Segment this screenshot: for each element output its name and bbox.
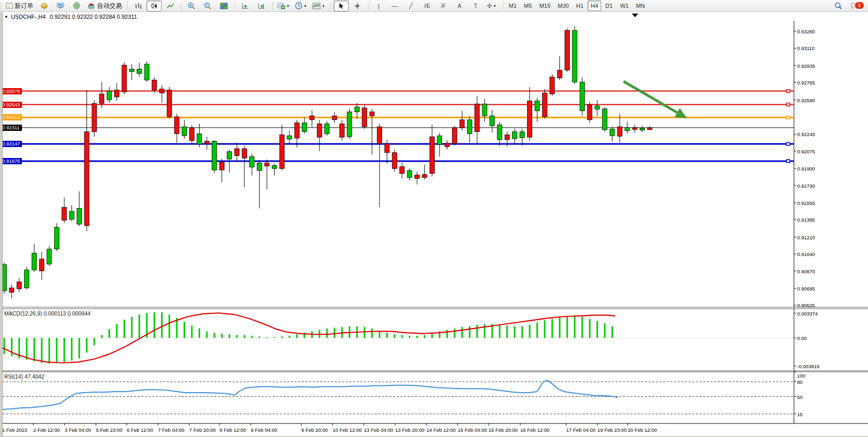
chart-symbol-period: USDCHF-,H4 (11, 14, 46, 20)
candle-body (550, 77, 555, 94)
candle-body (317, 124, 322, 137)
text-label-button[interactable]: T (468, 1, 483, 11)
timeframe-button-h1[interactable]: H1 (573, 1, 586, 11)
trend-arrow-line[interactable] (624, 81, 677, 113)
candle-body (40, 259, 44, 271)
candle-body (580, 82, 584, 111)
timeframe-button-mn[interactable]: MN (633, 1, 648, 11)
chart-canvas[interactable] (0, 0, 868, 437)
candle-body (17, 282, 21, 289)
candle-body (287, 136, 292, 139)
timeframe-button-m5[interactable]: M5 (521, 1, 535, 11)
market-books-button[interactable] (36, 1, 52, 11)
price-axis-label: 0.91900 (797, 166, 815, 172)
periods-clock-icon (295, 2, 302, 9)
auto-trading-icon (87, 2, 95, 9)
candle-body (265, 163, 270, 166)
notification-count-badge[interactable]: 1 (854, 2, 864, 9)
line-chart-icon (167, 3, 174, 9)
candle-body (400, 166, 405, 173)
mt4-application-window: 新订单 自动交易 (0, 0, 868, 437)
candle-body (340, 124, 345, 137)
candle-body (385, 144, 389, 153)
candle-body (588, 105, 592, 120)
templates-button[interactable]: ▼ (310, 1, 327, 11)
price-axis-label: 0.91040 (797, 251, 815, 257)
hline-handle[interactable] (787, 116, 790, 119)
fibonacci-button[interactable]: ⦙F (436, 1, 451, 11)
candle-body (362, 108, 367, 127)
timeframe-button-h4[interactable]: H4 (588, 1, 601, 11)
notifications-button[interactable]: 1 (847, 1, 862, 11)
candle-body (347, 112, 352, 137)
equidistant-channel-button[interactable]: ⫽E (420, 1, 435, 11)
date-axis-label: 13 Feb 04:00 (364, 427, 393, 433)
timeframe-button-d1[interactable]: D1 (602, 1, 616, 11)
text-button[interactable]: A (452, 1, 467, 11)
bar-chart-button[interactable] (130, 1, 145, 11)
zoom-out-button[interactable] (200, 1, 215, 11)
window-left-edge (0, 12, 3, 437)
timeframe-button-w1[interactable]: W1 (617, 1, 632, 11)
candle-body (100, 94, 104, 103)
toolbar-group-drawing: |—╱⫽E⦙FAT✣▼ (368, 0, 502, 11)
zoom-in-button[interactable] (184, 1, 199, 11)
tile-windows-button[interactable] (216, 1, 231, 11)
hline-handle[interactable] (787, 90, 790, 93)
candle-body (354, 107, 359, 112)
timeframe-button-m1[interactable]: M1 (506, 1, 520, 11)
candle-body (557, 70, 562, 78)
candle-body (32, 253, 36, 270)
candle-body (197, 133, 202, 144)
date-axis-label: 9 Feb 04:00 (251, 427, 277, 433)
crosshair-button[interactable] (350, 1, 365, 11)
toolbar-group-scroll (234, 0, 272, 11)
trendline-button[interactable]: ╱ (404, 1, 419, 11)
hline-handle[interactable] (787, 142, 790, 145)
current-price-badge: 0.92311 (0, 125, 22, 131)
new-order-button[interactable]: 新订单 (4, 1, 35, 11)
price-line-badge: 0.92147 (0, 141, 22, 147)
timeframe-button-m30[interactable]: M30 (555, 1, 572, 11)
auto-trading-button[interactable]: 自动交易 (85, 1, 124, 11)
auto-scroll-button[interactable] (238, 1, 253, 11)
vertical-line-button[interactable]: | (371, 1, 386, 11)
chart-shift-button[interactable] (254, 1, 269, 11)
candle-body (460, 120, 464, 128)
horizontal-line-button[interactable]: — (387, 1, 402, 11)
indicators-button[interactable]: ▼ (275, 1, 292, 11)
line-chart-button[interactable] (163, 1, 178, 11)
arrows-button[interactable]: ✣▼ (484, 1, 499, 11)
search-icon (834, 2, 842, 10)
symbol-dropdown-icon[interactable]: ▼ (4, 15, 8, 19)
search-button[interactable] (830, 1, 846, 11)
price-axis-label: 0.93280 (797, 29, 815, 34)
cursor-button[interactable] (334, 1, 349, 11)
green-radar-icon (72, 2, 81, 9)
candle-body (295, 123, 299, 138)
signals-button[interactable] (69, 1, 84, 11)
date-axis-label: 1 Feb 2023 (2, 427, 27, 433)
chevron-down-icon: ▼ (322, 4, 325, 8)
hline-handle[interactable] (787, 160, 790, 163)
candle-body (84, 132, 89, 226)
macd-axis-label: -0.003819 (797, 363, 820, 369)
candle-body (122, 65, 127, 92)
date-axis-label: 13 Feb 20:00 (395, 427, 424, 433)
price-axis-label: 0.92590 (797, 98, 815, 103)
hline-handle[interactable] (787, 103, 790, 106)
rsi-axis-label: 100 (797, 373, 805, 379)
toolbar-right-icons: 1 (830, 0, 865, 11)
candle-body (152, 80, 157, 90)
toolbar-group-timeframes: M1M5M15M30H1H4D1W1MN (502, 0, 651, 11)
periods-button[interactable]: ▼ (293, 1, 309, 11)
candlestick-chart-button[interactable] (146, 1, 162, 11)
candle-body (257, 163, 262, 171)
chevron-down-icon: ▼ (303, 4, 307, 8)
depth-of-market-button[interactable] (53, 1, 68, 11)
candle-body (415, 175, 420, 179)
chart-shift-marker[interactable] (632, 14, 638, 17)
timeframe-button-m15[interactable]: M15 (536, 1, 553, 11)
toolbar-group-trade: 新订单 自动交易 (0, 0, 127, 11)
candle-body (407, 171, 412, 177)
